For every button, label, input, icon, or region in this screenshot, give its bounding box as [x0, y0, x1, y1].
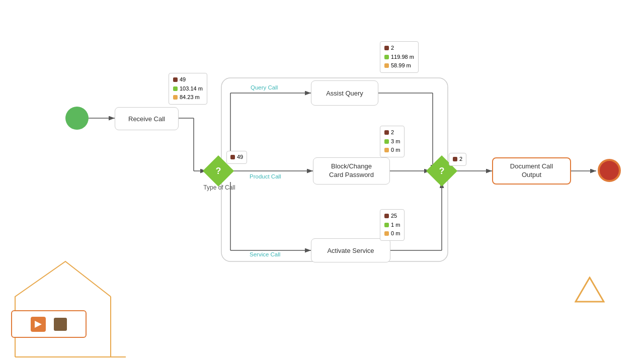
end-node: [598, 159, 621, 182]
gateway-left-stats: 49: [226, 151, 247, 164]
assist-query-node[interactable]: Assist Query: [311, 80, 378, 106]
svg-marker-21: [576, 278, 604, 302]
receive-call-node[interactable]: Receive Call: [115, 107, 179, 130]
query-call-label: Query Call: [251, 84, 278, 90]
assist-query-stats: 2 119.98 m 58.99 m: [380, 41, 419, 73]
type-of-call-label: Type of Call: [199, 184, 239, 191]
stop-button[interactable]: [54, 318, 67, 331]
product-call-label: Product Call: [250, 173, 281, 179]
activate-service-node[interactable]: Activate Service: [311, 238, 390, 262]
document-call-node[interactable]: Document Call Output: [492, 157, 571, 185]
block-change-node[interactable]: Block/Change Card Password: [313, 157, 390, 185]
play-button[interactable]: [31, 317, 46, 332]
triangle-warning-icon: [575, 277, 605, 303]
start-node: [65, 107, 89, 130]
service-call-label: Service Call: [250, 251, 280, 257]
gateway-right-stats: 2: [449, 153, 466, 166]
control-bar: [11, 310, 87, 338]
block-change-stats: 2 3 m 0 m: [380, 126, 405, 157]
type-of-call-gateway[interactable]: ?: [207, 160, 229, 182]
activate-service-stats: 25 1 m 0 m: [380, 209, 405, 241]
house-icon: [0, 246, 126, 362]
diagram-area: Receive Call 49 103.14 m 84.23 m ? Type …: [0, 0, 644, 362]
receive-call-stats: 49 103.14 m 84.23 m: [169, 73, 207, 105]
